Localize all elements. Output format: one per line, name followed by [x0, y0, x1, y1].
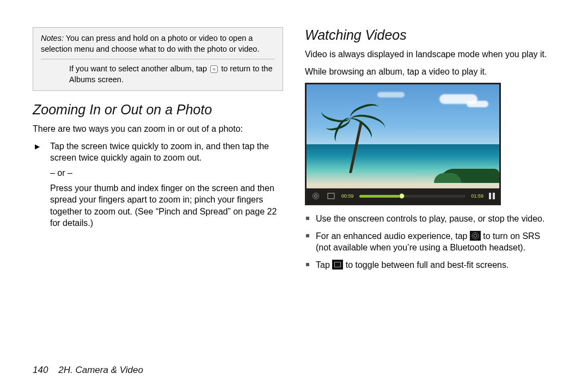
tip-srs: For an enhanced audio experience, tap to… [313, 230, 555, 254]
zoom-intro: There are two ways you can zoom in or ou… [33, 123, 283, 135]
square-bullet-icon [306, 234, 309, 237]
fit-icon [332, 260, 343, 270]
two-column-layout: Notes: You can press and hold on a photo… [33, 27, 555, 354]
page-number: 140 [33, 365, 48, 375]
cloud-decor [467, 101, 488, 107]
srs-icon [470, 231, 481, 241]
zoom-instructions-list: ▶ Tap the screen twice quickly to zoom i… [33, 140, 283, 229]
bush-decor [434, 173, 461, 183]
left-column: Notes: You can press and hold on a photo… [33, 27, 283, 354]
albums-icon: ≡ [209, 65, 219, 73]
zoom-double-tap: Tap the screen twice quickly to zoom in,… [50, 142, 269, 163]
cloud-decor [377, 92, 405, 97]
video-player[interactable]: 00:59 01:59 [305, 83, 501, 205]
notes-box: Notes: You can press and hold on a photo… [33, 27, 283, 91]
section-title: 2H. Camera & Video [58, 365, 143, 375]
notes-divider [41, 59, 275, 59]
tip-fit: Tap to toggle between full and best-fit … [313, 259, 555, 271]
tip-controls-text: Use the onscreen controls to play, pause… [316, 214, 544, 223]
note-2-text-a: If you want to select another album, tap [69, 64, 207, 73]
note-1-text: You can press and hold on a photo or vid… [41, 34, 259, 53]
tip-controls: Use the onscreen controls to play, pause… [313, 213, 555, 225]
right-column: Watching Videos Video is always displaye… [305, 27, 555, 354]
square-bullet-icon [306, 263, 309, 266]
watch-p1: Video is always displayed in landscape m… [305, 48, 555, 60]
tip-fit-text-a: Tap [316, 260, 330, 270]
zoom-pinch: Press your thumb and index finger on the… [50, 183, 277, 228]
page-footer: 140 2H. Camera & Video [33, 365, 143, 376]
triangle-bullet-icon: ▶ [35, 142, 40, 151]
heading-watching: Watching Videos [305, 27, 555, 43]
square-bullet-icon [306, 217, 309, 220]
total-time: 01:59 [471, 193, 483, 199]
video-tips-list: Use the onscreen controls to play, pause… [305, 213, 555, 271]
screen-fit-icon[interactable] [326, 191, 336, 201]
tip-fit-text-b: to toggle between full and best-fit scre… [346, 260, 509, 270]
watch-p2: While browsing an album, tap a video to … [305, 66, 555, 78]
elapsed-time: 00:59 [341, 193, 354, 199]
heading-zoom: Zooming In or Out on a Photo [33, 102, 283, 118]
srs-audio-icon[interactable] [311, 191, 321, 201]
or-separator: – or – [50, 167, 283, 179]
pause-icon[interactable] [489, 193, 495, 199]
note-2: If you want to select another album, tap… [41, 64, 275, 85]
tip-srs-text-a: For an enhanced audio experience, tap [316, 231, 467, 241]
zoom-bullet: ▶ Tap the screen twice quickly to zoom i… [46, 140, 283, 229]
seek-bar[interactable] [359, 195, 466, 198]
seek-progress [359, 195, 402, 198]
video-controls: 00:59 01:59 [307, 188, 499, 204]
note-1: Notes: You can press and hold on a photo… [41, 33, 275, 54]
seek-knob[interactable] [399, 193, 405, 199]
notes-label: Notes: [41, 34, 64, 42]
